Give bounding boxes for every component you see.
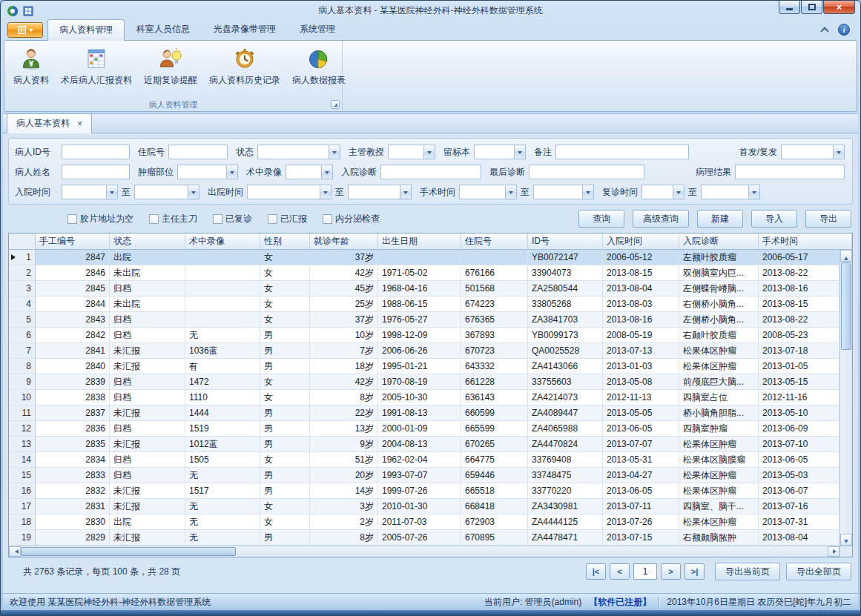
ribbon-button-postop-report[interactable]: 术后病人汇报资料 [55, 44, 138, 88]
ribbon-tab[interactable]: 光盘录像带管理 [202, 19, 288, 40]
close-button[interactable]: × [823, 1, 855, 14]
table-row[interactable]: 10 2838 归档 1110 女 8岁 2005-10-30 636143 Z… [9, 390, 839, 405]
scroll-left-icon[interactable] [9, 546, 21, 557]
chevron-down-icon[interactable] [329, 145, 340, 159]
admission-time-from-combo[interactable] [62, 185, 118, 199]
column-header-admission-diagnosis[interactable]: 入院诊断 [679, 234, 759, 250]
table-row[interactable]: 18 2830 出院 无 女 2岁 2011-07-03 672903 ZA44… [9, 514, 839, 530]
column-header-hospital-no[interactable]: 住院号 [461, 234, 528, 250]
action-button[interactable]: 导入 [751, 210, 797, 228]
horizontal-scrollbar[interactable] [9, 546, 852, 557]
info-icon[interactable]: i [838, 24, 850, 36]
action-button[interactable]: 新建 [697, 210, 743, 228]
ribbon-button-history-record[interactable]: 病人资料历史记录 [203, 44, 286, 88]
table-row[interactable]: 3 2845 归档 女 45岁 1968-04-16 501568 ZA2580… [9, 281, 839, 297]
horizontal-scrollbar-thumb[interactable] [21, 547, 236, 556]
page-number-input[interactable] [633, 563, 657, 580]
filter-checkbox[interactable]: 已汇报 [268, 213, 307, 225]
action-button[interactable]: 查询 [578, 210, 624, 228]
ribbon-button-revisit-reminder[interactable]: 近期复诊提醒 [138, 44, 203, 88]
ribbon-tab[interactable]: 科室人员信息 [125, 19, 202, 40]
action-button[interactable]: 高级查询 [633, 210, 689, 228]
maximize-button[interactable] [801, 1, 822, 14]
checkbox-icon[interactable] [323, 214, 332, 224]
chevron-down-icon[interactable] [226, 165, 237, 179]
table-row[interactable]: 17 2831 未汇报 无 女 3岁 2010-01-30 668418 ZA3… [9, 499, 839, 514]
chevron-down-icon[interactable] [505, 185, 516, 199]
quick-access-window-icon[interactable] [22, 5, 34, 17]
admission-time-to-combo[interactable] [134, 185, 199, 199]
next-page-button[interactable]: > [661, 563, 681, 580]
vertical-scrollbar-thumb[interactable] [841, 262, 851, 350]
pathology-result-input[interactable] [735, 165, 845, 179]
revisit-time-from-combo[interactable] [641, 185, 684, 199]
chevron-down-icon[interactable] [188, 185, 199, 199]
discharge-time-to-combo[interactable] [348, 185, 412, 199]
collapse-ribbon-icon[interactable] [820, 27, 828, 35]
dialog-launcher-icon[interactable] [331, 100, 340, 109]
column-header-birth-date[interactable]: 出生日期 [378, 234, 461, 250]
table-row[interactable]: 7 2841 未汇报 1036蓝 男 7岁 2006-06-26 670723 … [9, 343, 839, 359]
specimen-combo[interactable] [474, 145, 526, 159]
filter-checkbox[interactable]: 主任主刀 [149, 213, 197, 225]
scroll-up-icon[interactable] [840, 250, 852, 262]
professor-combo[interactable] [388, 145, 435, 159]
surgery-time-to-combo[interactable] [533, 185, 594, 199]
table-row[interactable]: 14 2834 归档 1505 女 51岁 1962-02-04 664775 … [9, 452, 839, 468]
ribbon-button-patient-data[interactable]: 病人资料 [7, 44, 55, 88]
action-button[interactable]: 导出 [805, 210, 851, 228]
remark-input[interactable] [555, 145, 689, 159]
scroll-right-icon[interactable] [828, 546, 839, 557]
horizontal-scrollbar-track[interactable] [236, 546, 828, 557]
prev-page-button[interactable]: < [610, 563, 630, 580]
status-combo[interactable] [257, 145, 340, 159]
column-header-admission-time[interactable]: 入院时间 [603, 234, 679, 250]
table-row[interactable]: 12 2836 归档 1519 男 13岁 2000-01-09 665599 … [9, 421, 839, 437]
table-row[interactable]: 16 2832 未汇报 1517 男 14岁 1999-07-26 665518… [9, 483, 839, 499]
table-row[interactable]: 15 2833 归档 无 男 20岁 1993-07-07 659446 337… [9, 468, 839, 483]
table-row[interactable]: 13 2835 未汇报 1012蓝 男 9岁 2004-08-13 670265… [9, 437, 839, 452]
chevron-down-icon[interactable] [582, 185, 593, 199]
ribbon-button-data-report[interactable]: 病人数据报表 [286, 44, 352, 88]
table-row[interactable]: 4 2844 未出院 女 25岁 1988-06-15 674223 33805… [9, 297, 839, 312]
application-menu-button[interactable] [7, 22, 43, 38]
first-page-button[interactable]: |< [586, 563, 606, 580]
chevron-down-icon[interactable] [423, 145, 435, 159]
first-recurrence-combo[interactable] [781, 145, 845, 159]
checkbox-icon[interactable] [268, 214, 277, 224]
column-header-surgery-video[interactable]: 术中录像 [185, 234, 260, 250]
ribbon-tab[interactable]: 系统管理 [288, 19, 347, 40]
table-row[interactable]: 1 2847 出院 女 37岁 YB0072147 2006-05-12 左额叶… [9, 250, 839, 265]
chevron-down-icon[interactable] [106, 185, 117, 199]
hospital-no-input[interactable] [168, 145, 228, 159]
chevron-down-icon[interactable] [514, 145, 525, 159]
table-row[interactable]: 5 2843 归档 女 37岁 1976-05-27 676365 ZA3841… [9, 312, 839, 328]
tab-patient-basic-data[interactable]: 病人基本资料 × [7, 113, 92, 133]
patient-name-input[interactable] [62, 165, 130, 179]
table-row[interactable]: 2 2846 未出院 女 42岁 1971-05-02 676166 33904… [9, 265, 839, 281]
checkbox-icon[interactable] [149, 214, 159, 224]
scroll-down-icon[interactable] [840, 534, 852, 546]
ribbon-tab[interactable]: 病人资料管理 [47, 19, 125, 41]
surgery-time-from-combo[interactable] [459, 185, 517, 199]
checkbox-icon[interactable] [67, 214, 77, 224]
table-row[interactable]: 8 2840 未汇报 有 男 18岁 1995-01-21 643332 ZA4… [9, 359, 839, 374]
admission-diagnosis-input[interactable] [380, 165, 481, 179]
filter-checkbox[interactable]: 已复诊 [213, 213, 252, 225]
column-header-manual-code[interactable]: 手工编号 [36, 234, 110, 250]
chevron-down-icon[interactable] [320, 185, 331, 199]
chevron-down-icon[interactable] [833, 145, 844, 159]
checkbox-icon[interactable] [213, 214, 222, 224]
tumor-site-combo[interactable] [177, 165, 238, 179]
column-header-gender[interactable]: 性别 [260, 234, 310, 250]
patient-id-input[interactable] [62, 145, 130, 159]
column-header-status[interactable]: 状态 [110, 234, 185, 250]
export-current-page-button[interactable]: 导出当前页 [715, 563, 780, 580]
table-row[interactable]: 19 2829 未汇报 无 男 8岁 2005-07-26 670895 ZA4… [9, 530, 839, 546]
export-all-pages-button[interactable]: 导出全部页 [786, 563, 851, 580]
table-row[interactable]: 6 2842 归档 无 男 10岁 1998-12-09 367893 YB00… [9, 328, 839, 343]
last-page-button[interactable]: >| [684, 563, 705, 580]
chevron-down-icon[interactable] [748, 185, 759, 199]
table-row[interactable]: 11 2837 未汇报 1444 男 22岁 1991-08-13 660599… [9, 405, 839, 421]
chevron-down-icon[interactable] [673, 185, 684, 199]
